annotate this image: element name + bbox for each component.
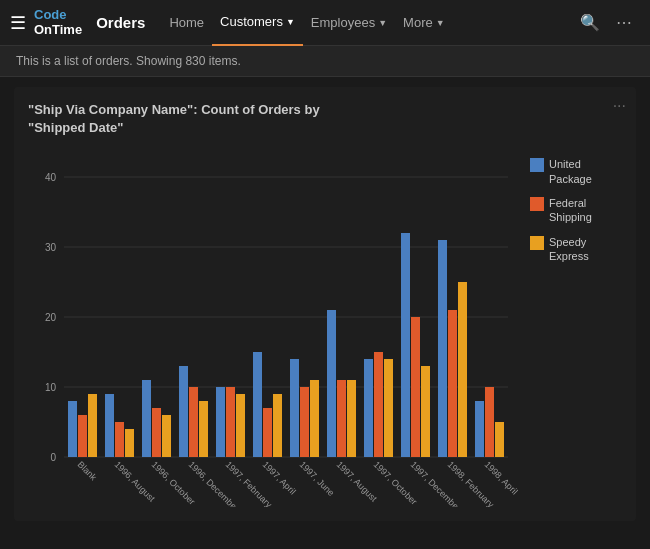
nav-more[interactable]: More ▼ xyxy=(395,0,453,46)
svg-rect-38 xyxy=(411,317,420,457)
svg-rect-11 xyxy=(78,415,87,457)
svg-rect-36 xyxy=(384,359,393,457)
dropdown-arrow: ▼ xyxy=(378,18,387,28)
nav-employees[interactable]: Employees ▼ xyxy=(303,0,395,46)
nav-customers[interactable]: Customers ▼ xyxy=(212,0,303,46)
svg-rect-14 xyxy=(115,422,124,457)
svg-rect-27 xyxy=(273,394,282,457)
svg-rect-24 xyxy=(236,394,245,457)
search-icon[interactable]: 🔍 xyxy=(572,13,608,32)
svg-rect-32 xyxy=(337,380,346,457)
svg-rect-39 xyxy=(421,366,430,457)
svg-rect-28 xyxy=(290,359,299,457)
chart-container: ··· "Ship Via Company Name": Count of Or… xyxy=(14,87,636,521)
svg-rect-41 xyxy=(448,310,457,457)
svg-rect-35 xyxy=(374,352,383,457)
svg-text:1997, April: 1997, April xyxy=(261,460,298,497)
legend-label-federal: Federal Shipping xyxy=(549,196,622,225)
legend-item-united: United Package xyxy=(530,157,622,186)
svg-text:Blank: Blank xyxy=(76,460,99,483)
bar-chart: .axis-label { fill: #999; font-size: 10p… xyxy=(28,147,518,507)
svg-rect-42 xyxy=(458,282,467,457)
svg-rect-37 xyxy=(401,233,410,457)
svg-rect-13 xyxy=(105,394,114,457)
svg-text:0: 0 xyxy=(50,452,56,463)
svg-rect-30 xyxy=(310,380,319,457)
svg-rect-15 xyxy=(125,429,134,457)
dropdown-arrow: ▼ xyxy=(436,18,445,28)
svg-rect-22 xyxy=(216,387,225,457)
legend-item-speedy: Speedy Express xyxy=(530,235,622,264)
svg-rect-23 xyxy=(226,387,235,457)
svg-rect-34 xyxy=(364,359,373,457)
logo: CodeOnTime xyxy=(34,8,82,37)
svg-rect-18 xyxy=(162,415,171,457)
svg-rect-31 xyxy=(327,310,336,457)
chart-area: .axis-label { fill: #999; font-size: 10p… xyxy=(28,147,622,511)
svg-rect-43 xyxy=(475,401,484,457)
legend-item-federal: Federal Shipping xyxy=(530,196,622,225)
legend-label-united: United Package xyxy=(549,157,622,186)
svg-rect-21 xyxy=(199,401,208,457)
nav-home[interactable]: Home xyxy=(161,0,212,46)
brand-title: Orders xyxy=(96,14,145,31)
legend-color-speedy xyxy=(530,236,544,250)
legend-label-speedy: Speedy Express xyxy=(549,235,622,264)
subtitle-bar: This is a list of orders. Showing 830 it… xyxy=(0,46,650,77)
svg-rect-29 xyxy=(300,387,309,457)
svg-text:40: 40 xyxy=(45,172,57,183)
legend-color-federal xyxy=(530,197,544,211)
legend-color-united xyxy=(530,158,544,172)
svg-rect-25 xyxy=(253,352,262,457)
svg-rect-10 xyxy=(68,401,77,457)
more-options-icon[interactable]: ⋯ xyxy=(608,13,640,32)
svg-text:10: 10 xyxy=(45,382,57,393)
svg-rect-33 xyxy=(347,380,356,457)
svg-rect-40 xyxy=(438,240,447,457)
svg-rect-26 xyxy=(263,408,272,457)
chart-options-icon[interactable]: ··· xyxy=(613,97,626,115)
hamburger-menu[interactable]: ☰ xyxy=(10,12,26,34)
svg-rect-16 xyxy=(142,380,151,457)
dropdown-arrow: ▼ xyxy=(286,17,295,27)
svg-rect-19 xyxy=(179,366,188,457)
svg-text:30: 30 xyxy=(45,242,57,253)
logo-text: CodeOnTime xyxy=(34,8,82,37)
svg-text:1998, April: 1998, April xyxy=(483,460,518,497)
chart-svg-wrapper: .axis-label { fill: #999; font-size: 10p… xyxy=(28,147,518,511)
navbar: ☰ CodeOnTime Orders Home Customers ▼ Emp… xyxy=(0,0,650,46)
chart-legend: United Package Federal Shipping Speedy E… xyxy=(530,147,622,263)
svg-text:20: 20 xyxy=(45,312,57,323)
subtitle-text: This is a list of orders. Showing 830 it… xyxy=(16,54,241,68)
svg-text:1997, June: 1997, June xyxy=(298,460,337,499)
svg-rect-44 xyxy=(485,387,494,457)
svg-rect-17 xyxy=(152,408,161,457)
svg-rect-20 xyxy=(189,387,198,457)
svg-rect-45 xyxy=(495,422,504,457)
svg-rect-12 xyxy=(88,394,97,457)
chart-title: "Ship Via Company Name": Count of Orders… xyxy=(28,101,368,137)
